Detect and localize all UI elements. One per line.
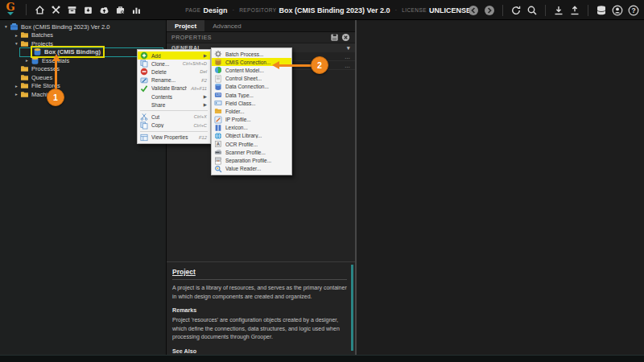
menu-item-value-reader[interactable]: Value Reader... bbox=[212, 165, 291, 173]
help-scrollbar[interactable] bbox=[351, 265, 353, 351]
menu-shortcut: Ctrl+C bbox=[193, 123, 207, 128]
help-panel: Project A project is a library of resour… bbox=[167, 261, 355, 355]
menu-item-label: Clone... bbox=[151, 61, 179, 67]
expander-collapsed-icon[interactable]: ▸ bbox=[13, 33, 20, 38]
menu-shortcut: F12 bbox=[199, 135, 207, 140]
project-icon bbox=[33, 47, 42, 56]
callout-badge-2: 2 bbox=[311, 56, 328, 74]
help-icon[interactable]: ? bbox=[626, 3, 641, 18]
expander-expanded-icon[interactable]: ▾ bbox=[2, 24, 10, 29]
menu-item-data-connection[interactable]: Data Connection... bbox=[212, 83, 291, 91]
menu-item-folder[interactable]: Folder... bbox=[212, 107, 291, 115]
back-icon[interactable] bbox=[466, 3, 481, 18]
forward-icon[interactable] bbox=[482, 3, 497, 18]
menu-item-validate-branch[interactable]: Validate BranchAlt+F11 bbox=[138, 84, 210, 93]
jobs-icon[interactable] bbox=[113, 2, 127, 17]
page-value[interactable]: Design bbox=[203, 6, 227, 14]
menu-item-label: Validate Branch bbox=[151, 85, 187, 91]
breadcrumb: PAGE Design · REPOSITORY Box (CMIS Bindi… bbox=[185, 0, 476, 20]
menu-shortcut: Del bbox=[200, 69, 207, 74]
menu-item-separation-profile[interactable]: Separation Profile... bbox=[212, 156, 291, 164]
toolbar-divider bbox=[26, 4, 27, 15]
upload-icon[interactable] bbox=[568, 3, 582, 18]
tree-node-box-cmis-binding-2023-ver-2-0[interactable]: ▾Box (CMIS Binding 2023) Ver 2.0 bbox=[0, 23, 166, 31]
top-bar: G PAGE Design · REPOSITORY Box (CMIS Bin… bbox=[0, 0, 644, 20]
menu-item-data-type[interactable]: 123Data Type... bbox=[212, 91, 291, 99]
menu-item-field-class[interactable]: Field Class... bbox=[212, 99, 291, 107]
user-icon[interactable] bbox=[610, 3, 625, 18]
view-properties-icon bbox=[140, 133, 149, 142]
menu-item-object-library[interactable]: Object Library... bbox=[212, 132, 291, 140]
chevron-down-icon[interactable]: ▾ bbox=[347, 45, 350, 51]
tab-project[interactable]: Project bbox=[167, 20, 204, 31]
menu-item-ip-profile[interactable]: IP Profile... bbox=[212, 116, 291, 124]
menu-item-control-sheet[interactable]: Control Sheet... bbox=[212, 75, 291, 83]
menu-item-delete[interactable]: DeleteDel bbox=[138, 68, 210, 76]
menu-item-label: Folder... bbox=[225, 109, 288, 114]
home-icon[interactable] bbox=[32, 2, 47, 17]
callout-1-arrowhead-icon bbox=[52, 54, 60, 61]
svg-text:123: 123 bbox=[216, 93, 221, 97]
design-tools-icon[interactable] bbox=[48, 2, 63, 17]
menu-item-label: Rename... bbox=[151, 77, 197, 83]
breadcrumb-separator: · bbox=[395, 6, 398, 14]
menu-item-label: Contents bbox=[151, 94, 200, 100]
expander-collapsed-icon[interactable]: ▸ bbox=[13, 92, 20, 97]
cancel-icon[interactable] bbox=[341, 33, 350, 42]
svg-text:A: A bbox=[217, 142, 220, 146]
menu-item-lexicon[interactable]: Lexicon... bbox=[212, 124, 291, 132]
search-icon[interactable] bbox=[525, 3, 539, 18]
menu-item-label: Lexicon... bbox=[225, 125, 288, 130]
menu-item-clone[interactable]: Clone...Ctrl+Shft+D bbox=[138, 60, 210, 68]
cloud-upload-icon[interactable] bbox=[97, 2, 111, 17]
remarks-heading: Remarks bbox=[172, 306, 347, 314]
repository-label: REPOSITORY bbox=[239, 7, 276, 13]
folder-icon bbox=[20, 90, 29, 99]
remarks-text: Project 'resources' are configuration ob… bbox=[172, 316, 347, 342]
menu-item-batch-process[interactable]: Batch Process... bbox=[212, 50, 291, 58]
menu-item-label: Share bbox=[151, 102, 200, 108]
tree-node-label: Queues bbox=[31, 74, 52, 81]
menu-item-ocr-profile[interactable]: AOCR Profile... bbox=[212, 140, 291, 148]
ellipsis-button[interactable]: … bbox=[345, 63, 351, 68]
menu-item-view-properties[interactable]: View PropertiesF12 bbox=[138, 134, 210, 142]
expander-collapsed-icon[interactable]: ▸ bbox=[23, 58, 31, 63]
menu-item-contents[interactable]: Contents▶ bbox=[138, 93, 210, 101]
see-also-heading: See Also bbox=[172, 348, 347, 355]
grooper-logo[interactable]: G bbox=[0, 0, 21, 20]
menu-item-share[interactable]: Share▶ bbox=[138, 101, 210, 109]
help-divider bbox=[172, 279, 347, 280]
repository-value[interactable]: Box (CMIS Binding 2023) Ver 2.0 bbox=[279, 6, 390, 14]
page-nav-icons bbox=[31, 2, 144, 17]
menu-item-label: Data Connection... bbox=[225, 84, 288, 89]
menu-item-rename[interactable]: Rename...F2 bbox=[138, 76, 210, 84]
stats-icon[interactable] bbox=[129, 2, 143, 17]
folder-icon bbox=[20, 39, 29, 48]
menu-shortcut: F2 bbox=[201, 78, 207, 83]
menu-item-label: Value Reader... bbox=[225, 166, 288, 171]
expander-collapsed-icon[interactable]: ▸ bbox=[13, 84, 20, 88]
imports-icon[interactable] bbox=[80, 2, 95, 17]
save-icon[interactable] bbox=[330, 33, 339, 42]
menu-shortcut: Ctrl+X bbox=[194, 114, 207, 119]
menu-item-cut[interactable]: CutCtrl+X bbox=[138, 113, 210, 121]
menu-item-add[interactable]: Add▶ bbox=[138, 51, 210, 60]
expander-expanded-icon[interactable]: ▾ bbox=[13, 41, 20, 46]
download-icon[interactable] bbox=[551, 3, 566, 18]
menu-item-copy[interactable]: CopyCtrl+C bbox=[138, 121, 210, 130]
ellipsis-button[interactable]: … bbox=[345, 54, 351, 60]
menu-item-label: IP Profile... bbox=[225, 117, 288, 122]
callout-1-arrow-line bbox=[55, 61, 57, 90]
menu-item-scanner-profile[interactable]: Scanner Profile... bbox=[212, 148, 291, 156]
tab-advanced[interactable]: Advanced bbox=[204, 20, 250, 31]
help-title: Project bbox=[172, 268, 347, 276]
properties-header-label: PROPERTIES bbox=[171, 35, 212, 40]
copy-icon bbox=[140, 121, 149, 130]
tree-node-batches[interactable]: ▸Batches bbox=[0, 31, 166, 40]
menu-item-content-model[interactable]: Content Model... bbox=[212, 66, 291, 74]
callout-badge-1: 1 bbox=[47, 88, 64, 106]
toolbar-divider bbox=[545, 5, 546, 16]
database-icon[interactable] bbox=[594, 3, 609, 18]
refresh-icon[interactable] bbox=[509, 3, 523, 18]
batches-icon[interactable] bbox=[64, 2, 79, 17]
